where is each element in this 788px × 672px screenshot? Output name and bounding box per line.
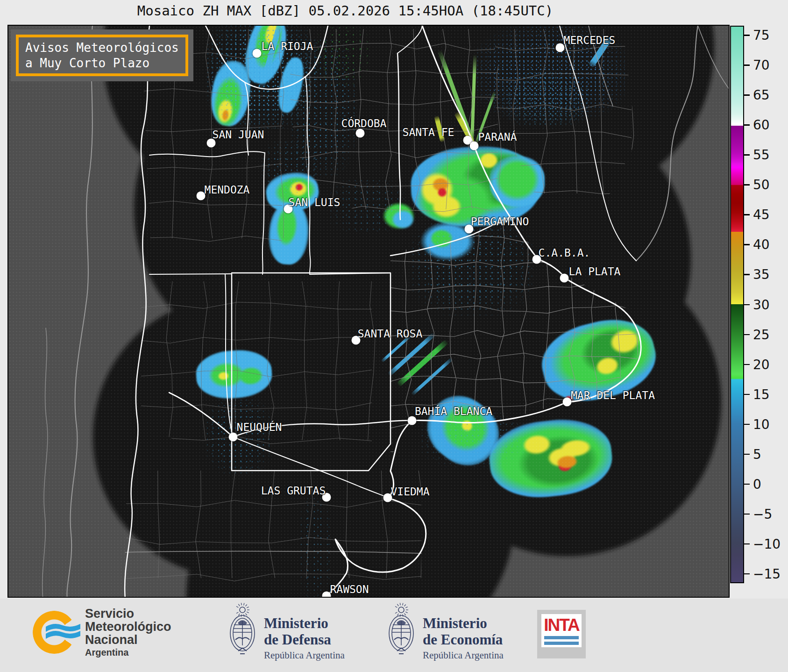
defensa-line-3: República Argentina (264, 650, 345, 661)
colorbar-tick (744, 154, 750, 155)
city-label: SANTA ROSA (358, 328, 422, 340)
city-label: RAWSON (330, 583, 369, 595)
colorbar-tick (744, 364, 750, 365)
radar-mosaic-page: Mosaico ZH MAX [dBZ] 05.02.2026 15:45HOA… (0, 0, 788, 672)
city-dot (229, 433, 238, 442)
smn-line-2: Meteorológico (85, 620, 171, 633)
smn-logo-text: Servicio Meteorológico Nacional Argentin… (85, 607, 171, 658)
inta-bar-2 (544, 642, 579, 645)
dbz-colorbar (730, 26, 744, 583)
colorbar-tick-label: 15 (753, 386, 770, 402)
city-layer: LA RIOJAMERCEDESCÓRDOBASAN JUANSANTA FEP… (8, 26, 730, 598)
smn-line-3: Nacional (85, 633, 171, 646)
inta-logo-inner: INTA (541, 614, 582, 647)
colorbar-tick-label: 30 (753, 297, 770, 312)
colorbar-tick (744, 304, 750, 305)
city-label: LA PLATA (569, 265, 621, 278)
city-label: LA RIOJA (262, 40, 313, 52)
city-dot (356, 129, 365, 138)
city-label: C.A.B.A. (539, 247, 590, 259)
colorbar-tick-label: 70 (753, 57, 770, 73)
economia-line-2: de Economía (423, 632, 504, 648)
smn-line-4: Argentina (85, 648, 171, 658)
colorbar-tick-label: 5 (753, 446, 761, 462)
coat-of-arms-svg (383, 602, 419, 664)
warning-line-2: a Muy Corto Plazo (25, 56, 179, 71)
colorbar-tick-label: 55 (753, 147, 770, 163)
colorbar-tick (744, 244, 750, 245)
colorbar-tick (744, 424, 750, 425)
city-label: MAR DEL PLATA (571, 389, 655, 401)
colorbar-tick-label: −10 (753, 536, 781, 551)
colorbar-tick-label: 10 (753, 416, 770, 432)
city-label: SANTA FE (403, 126, 454, 138)
colorbar-tick (744, 35, 750, 36)
colorbar-tick-label: 45 (753, 207, 770, 222)
colorbar-tick (744, 184, 750, 185)
city-label: PERGAMINO (471, 215, 529, 228)
city-dot (560, 274, 569, 283)
colorbar-tick-label: −5 (753, 506, 772, 522)
defensa-line-1: Ministerio (264, 615, 345, 632)
warning-box-inner: Avisos Meteorológicos a Muy Corto Plazo (16, 35, 188, 76)
inta-label: INTA (544, 616, 579, 634)
colorbar-tick-label: 20 (753, 357, 770, 372)
city-dot (470, 142, 479, 150)
defensa-coat-of-arms-icon (224, 602, 261, 666)
colorbar-tick (744, 454, 750, 455)
city-label: CÓRDOBA (341, 117, 387, 129)
city-dot (253, 49, 262, 58)
smn-line-1: Servicio (85, 607, 171, 620)
city-dot (408, 416, 417, 425)
colorbar-tick (744, 124, 750, 125)
colorbar-tick (744, 573, 750, 574)
colorbar-tick (744, 94, 750, 95)
colorbar-tick-label: 40 (753, 237, 770, 252)
colorbar-tick-label: 0 (753, 476, 761, 492)
colorbar-tick (744, 543, 750, 544)
city-label: LAS GRUTAS (261, 485, 326, 497)
city-label: NEUQUÉN (237, 421, 282, 433)
city-label: BAHÍA BLANCA (415, 405, 492, 417)
economia-logo-text: Ministerio de Economía República Argenti… (423, 615, 504, 661)
city-label: MERCEDES (564, 34, 616, 46)
warning-box[interactable]: Avisos Meteorológicos a Muy Corto Plazo (11, 29, 193, 81)
colorbar-tick-label: 75 (753, 28, 770, 43)
colorbar-tick-label: 25 (753, 327, 770, 342)
colorbar-tick (744, 64, 750, 65)
coat-of-arms-svg (224, 602, 261, 664)
city-label: VIEDMA (390, 486, 429, 498)
radar-map: LA RIOJAMERCEDESCÓRDOBASAN JUANSANTA FEP… (7, 25, 730, 598)
colorbar-tick-label: 65 (753, 87, 770, 103)
colorbar-tick-label: 50 (753, 177, 770, 193)
colorbar-tick (744, 394, 750, 395)
city-label: SAN JUAN (213, 129, 264, 141)
city-dot (563, 398, 572, 407)
colorbar-tick (744, 274, 750, 275)
city-label: PARANÁ (478, 131, 517, 143)
smn-flag-icon (45, 621, 80, 642)
inta-logo: INTA (537, 610, 586, 658)
colorbar-tick-label: −15 (753, 566, 781, 581)
colorbar-tick (744, 484, 750, 485)
city-label: MENDOZA (205, 184, 250, 196)
footer: Servicio Meteorológico Nacional Argentin… (0, 599, 788, 672)
defensa-logo-text: Ministerio de Defensa República Argentin… (264, 615, 345, 661)
page-title: Mosaico ZH MAX [dBZ] 05.02.2026 15:45HOA… (7, 3, 683, 19)
colorbar-tick (744, 214, 750, 215)
warning-line-1: Avisos Meteorológicos (25, 40, 179, 56)
colorbar-tick (744, 514, 750, 515)
economia-coat-of-arms-icon (383, 602, 419, 666)
city-label: SAN LUIS (289, 196, 341, 208)
colorbar-tick (744, 334, 750, 335)
economia-line-3: República Argentina (423, 650, 504, 661)
inta-bar-1 (544, 636, 579, 639)
defensa-line-2: de Defensa (264, 632, 345, 648)
colorbar-tick-label: 35 (753, 267, 770, 282)
economia-line-1: Ministerio (423, 615, 504, 632)
colorbar-tick-label: 60 (753, 117, 770, 133)
